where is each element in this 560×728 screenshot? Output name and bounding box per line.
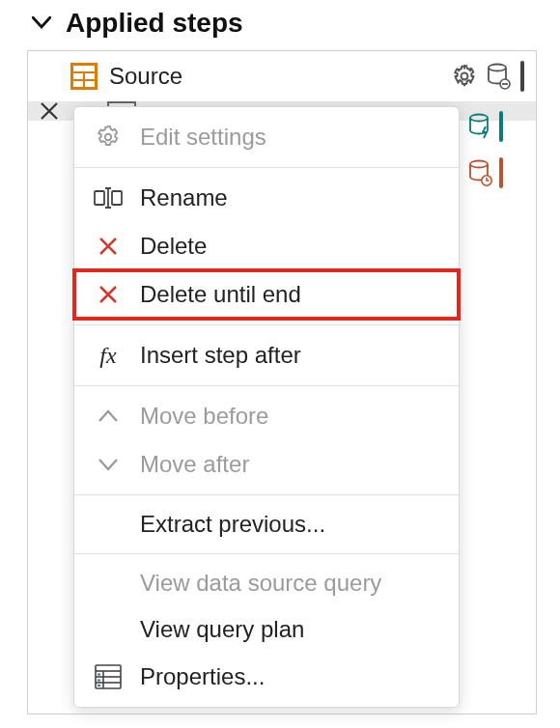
step-actions (451, 61, 524, 92)
database-native-icon[interactable] (467, 113, 494, 140)
svg-point-13 (105, 134, 112, 141)
svg-rect-3 (85, 73, 95, 79)
chevron-down-icon (27, 9, 56, 38)
menu-extract-previous[interactable]: Extract previous... (74, 501, 459, 547)
fx-icon: fx (94, 341, 123, 370)
menu-item-label: Move before (140, 403, 268, 430)
menu-insert-step-after[interactable]: fx Insert step after (74, 331, 459, 379)
delete-icon (94, 232, 123, 261)
menu-view-data-source-query: View data source query (74, 560, 459, 606)
delete-icon (94, 280, 123, 309)
chevron-down-icon (94, 450, 123, 479)
menu-item-label: Rename (140, 184, 228, 211)
svg-point-7 (489, 65, 506, 71)
menu-edit-settings: Edit settings (74, 113, 459, 161)
svg-point-6 (462, 73, 468, 80)
menu-item-label: Move after (140, 451, 249, 478)
svg-rect-24 (98, 685, 100, 686)
panel-title: Applied steps (66, 8, 243, 39)
status-indicator (499, 157, 503, 188)
svg-rect-22 (98, 674, 100, 676)
menu-item-label: Insert step after (140, 342, 301, 369)
menu-divider (74, 324, 459, 325)
svg-rect-15 (112, 191, 122, 205)
svg-rect-5 (85, 81, 95, 87)
svg-rect-1 (73, 66, 95, 71)
gear-icon (94, 123, 123, 152)
svg-rect-14 (95, 191, 104, 205)
menu-divider (74, 494, 459, 495)
delete-step-icon[interactable] (36, 98, 63, 125)
menu-divider (74, 167, 459, 168)
chevron-up-icon (94, 402, 123, 431)
svg-rect-23 (98, 680, 100, 682)
menu-view-query-plan[interactable]: View query plan (74, 606, 459, 653)
menu-delete[interactable]: Delete (74, 222, 459, 270)
menu-item-label: View data source query (140, 570, 381, 597)
svg-rect-4 (73, 81, 83, 87)
svg-point-10 (470, 115, 488, 122)
menu-item-label: Extract previous... (140, 511, 325, 538)
menu-properties[interactable]: Properties... (74, 653, 459, 701)
menu-divider (74, 553, 459, 554)
gear-icon[interactable] (451, 63, 478, 90)
properties-icon (94, 662, 123, 691)
menu-rename[interactable]: Rename (74, 174, 459, 222)
panel-header[interactable]: Applied steps (0, 0, 560, 50)
menu-item-label: Delete until end (140, 281, 301, 308)
status-indicator (520, 61, 524, 92)
context-menu: Edit settings Rename Delete Delete until… (73, 106, 460, 708)
menu-delete-until-end[interactable]: Delete until end (74, 270, 459, 319)
rename-icon (94, 183, 123, 212)
menu-divider (74, 385, 459, 386)
database-time-icon[interactable] (467, 159, 494, 186)
table-icon (70, 63, 98, 90)
menu-move-before: Move before (74, 392, 459, 440)
step-label: Source (109, 63, 439, 90)
menu-move-after: Move after (74, 440, 459, 489)
status-indicator (499, 111, 503, 142)
step-row-source[interactable]: Source (28, 51, 536, 101)
svg-point-11 (470, 161, 488, 168)
menu-item-label: Delete (140, 233, 207, 260)
menu-item-label: View query plan (140, 616, 304, 643)
right-status-column (467, 103, 503, 196)
database-remove-icon[interactable] (486, 63, 513, 90)
svg-rect-2 (73, 73, 83, 79)
menu-item-label: Properties... (140, 663, 265, 690)
menu-item-label: Edit settings (140, 124, 266, 151)
